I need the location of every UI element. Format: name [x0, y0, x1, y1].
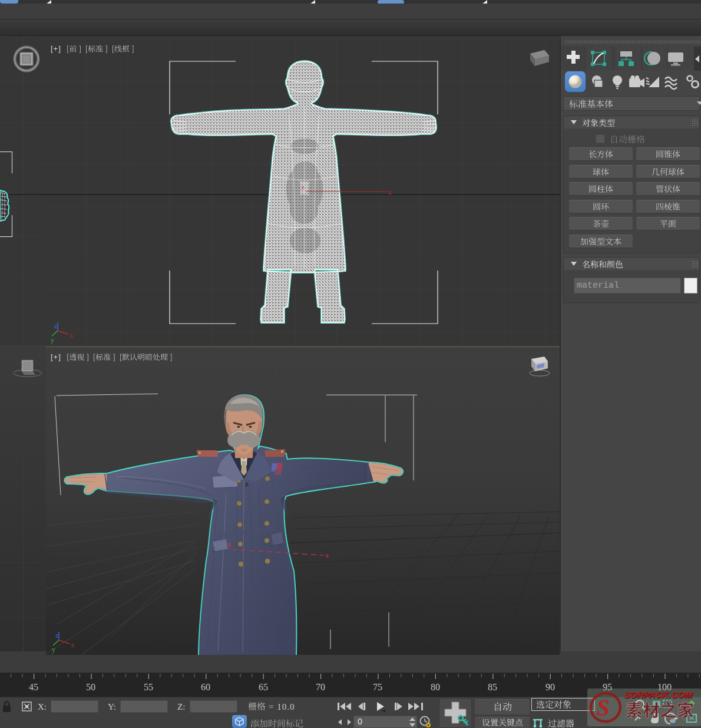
svg-text:x: x: [71, 641, 74, 649]
svg-text:z: z: [245, 479, 249, 488]
svg-text:S: S: [597, 694, 610, 721]
svg-text:z: z: [55, 631, 58, 640]
svg-text:x: x: [388, 187, 392, 196]
svg-text:y: y: [227, 540, 231, 548]
svg-text:x: x: [325, 551, 329, 559]
svg-text:z: z: [54, 322, 57, 330]
svg-text:z: z: [302, 183, 305, 190]
svg-text:x: x: [70, 331, 73, 340]
svg-text:y: y: [51, 336, 54, 344]
svg-text:y: y: [52, 645, 55, 654]
